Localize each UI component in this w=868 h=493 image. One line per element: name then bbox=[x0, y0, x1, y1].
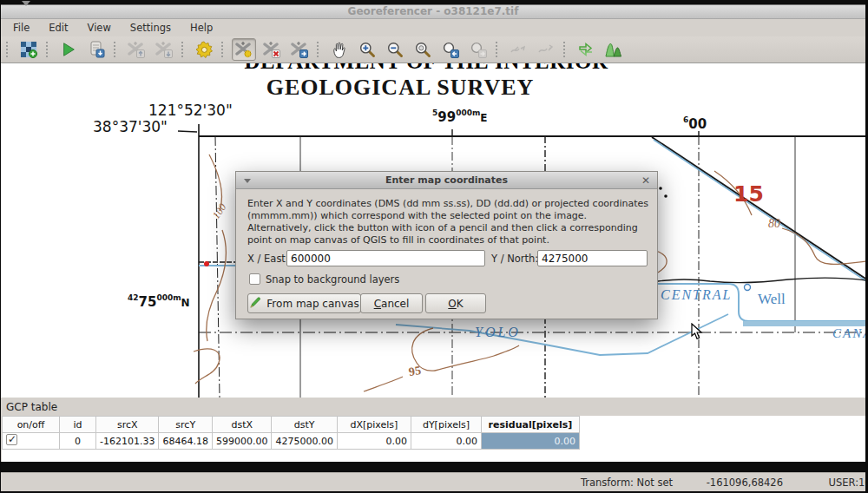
zoom-out-icon bbox=[386, 41, 404, 58]
grid-label-east: 599000mE bbox=[432, 108, 488, 125]
toolbar-handle[interactable] bbox=[46, 42, 51, 57]
zoom-in-button[interactable] bbox=[355, 38, 379, 61]
x-east-label: X / East: bbox=[247, 253, 289, 265]
col-srcy[interactable]: srcY bbox=[159, 417, 213, 433]
status-crs: USER:100 bbox=[829, 477, 868, 489]
grid-label-north: 4275000mN bbox=[128, 293, 190, 310]
col-residual[interactable]: residual[pixels] bbox=[481, 417, 579, 433]
delete-point-icon bbox=[263, 41, 280, 58]
open-raster-button[interactable] bbox=[16, 38, 41, 61]
toolbar-handle[interactable] bbox=[114, 42, 119, 57]
pan-button[interactable] bbox=[327, 38, 352, 61]
col-dsty[interactable]: dstY bbox=[272, 417, 337, 433]
link-georeferencer-to-qgis-button[interactable] bbox=[506, 38, 530, 61]
add-point-button[interactable] bbox=[232, 38, 256, 61]
col-id[interactable]: id bbox=[60, 417, 96, 433]
toolbar-handle[interactable] bbox=[221, 42, 227, 57]
window-bottom-strip bbox=[1, 462, 865, 472]
histogram-stretch-button[interactable] bbox=[602, 38, 626, 61]
toolbar-handle[interactable] bbox=[6, 42, 11, 57]
gcp-header-row: on/off id srcX srcY dstX dstY dX[pixels]… bbox=[3, 417, 580, 433]
contour-label-95: 95 bbox=[408, 364, 423, 379]
toolbar-handle[interactable] bbox=[563, 42, 569, 57]
dialog-description: Enter X and Y coordinates (DMS (dd mm ss… bbox=[247, 198, 649, 246]
snap-to-background-label: Snap to background layers bbox=[266, 273, 399, 286]
sync-views-button[interactable] bbox=[574, 38, 598, 61]
gear-icon bbox=[195, 41, 213, 58]
dialog-shade-icon[interactable] bbox=[244, 179, 251, 183]
pan-hand-icon bbox=[331, 41, 348, 58]
delete-point-button[interactable] bbox=[260, 38, 284, 61]
gcp-enabled-checkbox[interactable] bbox=[6, 434, 17, 445]
map-header-clipped: DEPARTMENT OF THE INTERIOR bbox=[244, 63, 608, 75]
play-icon bbox=[61, 42, 76, 57]
status-bar: Transform: Not set -161096,68426 USER:10… bbox=[1, 472, 865, 491]
save-gcp-points-button[interactable] bbox=[152, 38, 176, 61]
zoom-last-icon bbox=[442, 41, 459, 58]
gcp-dsty-cell: 4275000.00 bbox=[272, 433, 337, 450]
map-latitude-label: 38°37'30" bbox=[93, 118, 168, 135]
link-qgis-to-georeferencer-button[interactable] bbox=[534, 38, 558, 61]
col-dy[interactable]: dY[pixels] bbox=[411, 417, 481, 433]
grid-label-right: 600 bbox=[683, 115, 707, 132]
col-dstx[interactable]: dstX bbox=[212, 417, 272, 433]
toolbar-handle[interactable] bbox=[181, 42, 187, 57]
toolbar-handle[interactable] bbox=[496, 42, 501, 57]
move-gcp-point-button[interactable] bbox=[287, 38, 312, 61]
link-qgis-icon bbox=[537, 41, 555, 58]
contour-label-80: 80 bbox=[768, 217, 780, 231]
map-longitude-label: 121°52'30" bbox=[148, 102, 233, 119]
from-map-canvas-button[interactable]: From map canvas bbox=[247, 293, 361, 313]
window-title: Georeferencer - o38121e7.tif bbox=[1, 5, 865, 17]
map-header-geological-survey: GEOLOGICAL SURVEY bbox=[227, 75, 574, 101]
toolbar-handle[interactable] bbox=[317, 42, 322, 57]
menu-settings[interactable]: Settings bbox=[123, 20, 178, 36]
snap-to-background-checkbox[interactable] bbox=[249, 273, 260, 285]
start-georeferencing-button[interactable] bbox=[56, 38, 81, 61]
cancel-button[interactable]: Cancel bbox=[360, 293, 423, 313]
col-onoff[interactable]: on/off bbox=[3, 417, 60, 433]
gcp-table-row[interactable]: 0 -162101.33 68464.18 599000.00 4275000.… bbox=[3, 433, 580, 450]
load-gcp-icon bbox=[128, 41, 145, 58]
zoom-to-layer-button[interactable] bbox=[411, 38, 435, 61]
water-label-canal: CANAL bbox=[832, 326, 866, 341]
dialog-close-icon[interactable]: ✕ bbox=[641, 172, 650, 189]
menu-help[interactable]: Help bbox=[183, 20, 220, 36]
gcp-srcx-cell: -162101.33 bbox=[96, 433, 159, 450]
histogram-icon bbox=[605, 41, 622, 58]
ok-button[interactable]: OK bbox=[425, 293, 486, 313]
water-label-central: CENTRAL bbox=[661, 287, 732, 303]
mouse-cursor bbox=[691, 323, 703, 344]
zoom-out-button[interactable] bbox=[383, 38, 407, 61]
y-north-label: Y / North: bbox=[491, 253, 538, 265]
pencil-icon bbox=[249, 296, 262, 312]
dialog-title-bar[interactable]: Enter map coordinates ✕ bbox=[236, 172, 657, 189]
script-icon bbox=[88, 41, 105, 58]
menu-view[interactable]: View bbox=[81, 20, 118, 36]
menu-file[interactable]: File bbox=[6, 20, 36, 36]
georeferencer-window: Georeferencer - o38121e7.tif File Edit V… bbox=[0, 0, 868, 493]
menu-edit[interactable]: Edit bbox=[42, 20, 75, 36]
x-east-input[interactable] bbox=[286, 250, 485, 266]
transformation-settings-button[interactable] bbox=[192, 38, 216, 61]
toolbar bbox=[1, 36, 865, 63]
gcp-id-cell: 0 bbox=[60, 433, 96, 450]
sync-arrows-icon bbox=[577, 41, 595, 58]
water-label-yolo: YOLO bbox=[475, 325, 521, 340]
load-gcp-points-button[interactable] bbox=[124, 38, 148, 61]
gcp-residual-cell: 0.00 bbox=[481, 433, 579, 450]
y-north-input[interactable] bbox=[537, 250, 648, 266]
col-srcx[interactable]: srcX bbox=[96, 417, 159, 433]
gcp-panel-title: GCP table bbox=[1, 398, 866, 417]
title-bar[interactable]: Georeferencer - o38121e7.tif bbox=[1, 0, 865, 19]
enter-map-coordinates-dialog: Enter map coordinates ✕ Enter X and Y co… bbox=[235, 171, 658, 319]
col-dx[interactable]: dX[pixels] bbox=[337, 417, 411, 433]
gdal-script-button[interactable] bbox=[84, 38, 108, 61]
zoom-next-button[interactable] bbox=[466, 38, 490, 61]
zoom-next-icon bbox=[470, 41, 487, 58]
water-label-well: Well bbox=[758, 291, 786, 308]
zoom-last-button[interactable] bbox=[438, 38, 463, 61]
gcp-onoff-cell bbox=[3, 433, 60, 450]
add-point-icon bbox=[235, 41, 253, 58]
gcp-table: on/off id srcX srcY dstX dstY dX[pixels]… bbox=[2, 416, 866, 462]
